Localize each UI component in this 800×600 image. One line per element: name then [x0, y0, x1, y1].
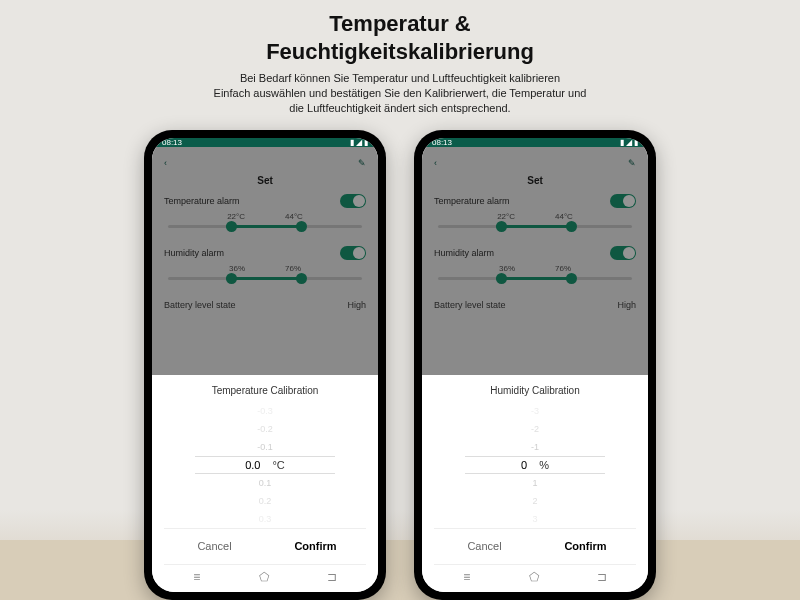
confirm-button[interactable]: Confirm [535, 529, 636, 564]
battery-label: Battery level state [434, 300, 506, 310]
temp-alarm-label: Temperature alarm [434, 196, 510, 206]
calibration-picker: Humidity Calibration -3 -2 -1 0 % 1 2 3 … [422, 375, 648, 592]
hum-alarm-toggle[interactable] [610, 246, 636, 260]
status-bar: 08:13 ▮ ◢ ▮ [422, 138, 648, 147]
promo-desc: Bei Bedarf können Sie Temperatur und Luf… [40, 71, 760, 116]
hum-alarm-label: Humidity alarm [434, 248, 494, 258]
value-wheel[interactable]: -3 -2 -1 0 % 1 2 3 [434, 402, 636, 528]
picker-title: Temperature Calibration [164, 385, 366, 396]
floor-bg [0, 540, 800, 600]
hum-range-slider[interactable]: 36% 76% [168, 264, 362, 292]
android-nav: ≡ ⬠ ⊐ [164, 564, 366, 590]
sys-time: 08:13 [162, 138, 182, 147]
value-wheel[interactable]: -0.3 -0.2 -0.1 0.0 °C 0.1 0.2 0.3 [164, 402, 366, 528]
settings-panel-dimmed: ‹ ✎ Set Temperature alarm 22°C 44°C [152, 147, 378, 375]
battery-value: High [617, 300, 636, 310]
nav-menu-icon[interactable]: ≡ [193, 570, 200, 584]
picker-title: Humidity Calibration [434, 385, 636, 396]
phone-mock-right: 08:13 ▮ ◢ ▮ ‹ ✎ Set Temperature alarm [414, 130, 656, 600]
nav-home-icon[interactable]: ⬠ [259, 570, 269, 584]
edit-icon[interactable]: ✎ [358, 158, 366, 168]
settings-panel-dimmed: ‹ ✎ Set Temperature alarm 22°C 44°C [422, 147, 648, 375]
nav-back-icon[interactable]: ⊐ [327, 570, 337, 584]
temp-alarm-toggle[interactable] [340, 194, 366, 208]
temp-range-slider[interactable]: 22°C 44°C [168, 212, 362, 240]
status-bar: 08:13 ▮ ◢ ▮ [152, 138, 378, 147]
calibration-picker: Temperature Calibration -0.3 -0.2 -0.1 0… [152, 375, 378, 592]
cancel-button[interactable]: Cancel [164, 529, 265, 564]
hum-alarm-toggle[interactable] [340, 246, 366, 260]
page-title: Set [434, 175, 636, 186]
cancel-button[interactable]: Cancel [434, 529, 535, 564]
sys-icons: ▮ ◢ ▮ [350, 138, 368, 147]
edit-icon[interactable]: ✎ [628, 158, 636, 168]
phone-mock-left: 08:13 ▮ ◢ ▮ ‹ ✎ Set Temperature alarm [144, 130, 386, 600]
nav-menu-icon[interactable]: ≡ [463, 570, 470, 584]
back-chevron-icon[interactable]: ‹ [164, 158, 167, 168]
battery-label: Battery level state [164, 300, 236, 310]
sys-time: 08:13 [432, 138, 452, 147]
temp-range-slider[interactable]: 22°C 44°C [438, 212, 632, 240]
promo-title: Temperatur & Feuchtigkeitskalibrierung [40, 10, 760, 65]
temp-alarm-toggle[interactable] [610, 194, 636, 208]
hum-range-slider[interactable]: 36% 76% [438, 264, 632, 292]
nav-back-icon[interactable]: ⊐ [597, 570, 607, 584]
nav-home-icon[interactable]: ⬠ [529, 570, 539, 584]
back-chevron-icon[interactable]: ‹ [434, 158, 437, 168]
page-title: Set [164, 175, 366, 186]
sys-icons: ▮ ◢ ▮ [620, 138, 638, 147]
promo-header: Temperatur & Feuchtigkeitskalibrierung B… [0, 0, 800, 122]
hum-alarm-label: Humidity alarm [164, 248, 224, 258]
confirm-button[interactable]: Confirm [265, 529, 366, 564]
battery-value: High [347, 300, 366, 310]
android-nav: ≡ ⬠ ⊐ [434, 564, 636, 590]
temp-alarm-label: Temperature alarm [164, 196, 240, 206]
